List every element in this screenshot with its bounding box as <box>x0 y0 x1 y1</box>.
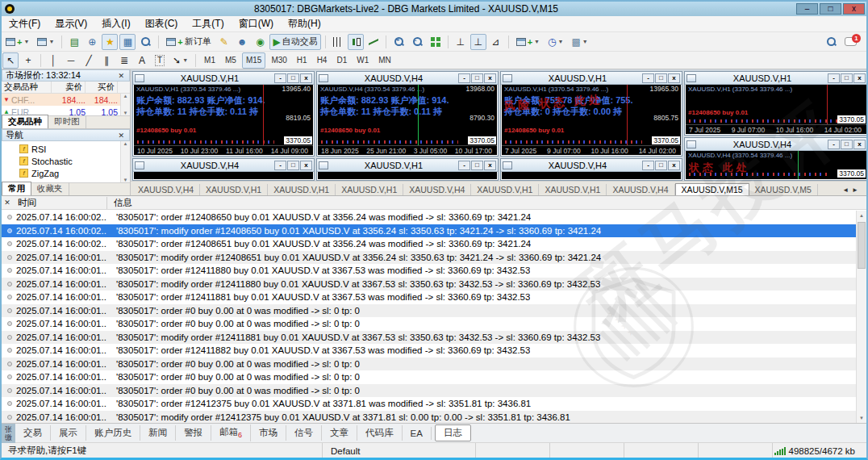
new-chart-button[interactable]: +▼ <box>2 34 32 50</box>
log-row[interactable]: 2025.07.14 16:00:01....'8305017': order … <box>2 384 856 398</box>
chart-window-8[interactable]: XAUUSD.V,H4-□x <box>500 158 682 181</box>
log-row[interactable]: 2025.07.14 16:00:01....'8305017': order … <box>2 397 856 411</box>
chart-window-1[interactable]: XAUUSD.V,H1-□x XAUUSD.V,H1 (3370.54 3379… <box>132 71 315 157</box>
zoom-in-button[interactable]: + <box>390 34 407 50</box>
indicators-button[interactable]: +▼ <box>513 34 543 50</box>
strategy-tester-button[interactable] <box>137 34 154 50</box>
chart-maximize-button[interactable]: □ <box>287 73 299 83</box>
symbol-row-chf[interactable]: ▼CHF... 184.... 184.... <box>2 94 130 106</box>
column-message[interactable]: 信息 <box>106 197 866 209</box>
chart-close-button[interactable]: x <box>300 73 312 83</box>
market-watch-button[interactable]: ▤ <box>66 34 82 50</box>
timeframe-mn-button[interactable]: MN <box>374 52 395 69</box>
label-tool-button[interactable]: T <box>152 52 168 69</box>
chart-minimize-button[interactable]: - <box>274 73 286 83</box>
chart-minimize-button[interactable]: - <box>828 73 840 83</box>
tab-exposure[interactable]: 展示 <box>51 425 86 441</box>
log-row-selected[interactable]: 2025.07.14 16:00:02....'8305017': modify… <box>2 224 856 238</box>
chart-maximize-button[interactable]: □ <box>655 161 667 170</box>
timeframe-d1-button[interactable]: D1 <box>332 52 351 69</box>
timeframe-h1-button[interactable]: H1 <box>293 52 311 69</box>
chart-minimize-button[interactable]: - <box>274 161 286 170</box>
trendline-button[interactable]: ╱ <box>81 52 97 69</box>
terminal-button[interactable]: ▦ <box>119 34 136 50</box>
timeframe-m30-button[interactable]: M30 <box>267 52 290 69</box>
chart-maximize-button[interactable]: □ <box>841 140 853 149</box>
timeframe-m1-button[interactable]: M1 <box>200 52 219 69</box>
log-row[interactable]: 2025.07.14 16:00:02....'8305017': order … <box>2 211 856 224</box>
menu-view[interactable]: 显示(V) <box>48 15 94 32</box>
tab-market[interactable]: 市场 <box>251 425 286 441</box>
chart-close-button[interactable]: x <box>853 140 866 149</box>
timeframe-h4-button[interactable]: H4 <box>313 52 332 69</box>
chart-window-7[interactable]: XAUUSD.V,H1-□x <box>316 158 499 181</box>
chart-maximize-button[interactable]: □ <box>471 161 483 170</box>
log-row[interactable]: 2025.07.14 16:00:01....'8305017': order … <box>2 304 856 318</box>
chart-minimize-button[interactable]: - <box>828 140 840 149</box>
tab-symbols[interactable]: 交易品种 <box>2 115 48 128</box>
log-row[interactable]: 2025.07.14 16:00:01....'8305017': modify… <box>2 251 856 265</box>
horizontal-line-button[interactable]: ─ <box>63 52 79 69</box>
status-profile[interactable]: Default <box>323 443 476 458</box>
log-row[interactable]: 2025.07.14 16:00:01....'8305017': order … <box>2 264 856 278</box>
new-order-button[interactable]: +新订单 <box>163 34 214 50</box>
chart-window-5[interactable]: XAUUSD.V,H4-□x XAUUSD.V,H4 (3370.54 3379… <box>684 137 866 181</box>
log-row[interactable]: 2025.07.14 16:00:01....'8305017': modify… <box>2 278 856 291</box>
journal-close-icon[interactable]: ✕ <box>2 199 13 207</box>
journal-scrollbar[interactable]: ▲ ▼ <box>856 211 866 423</box>
community-button[interactable]: ☻ <box>234 34 251 50</box>
menu-tools[interactable]: 工具(T) <box>185 15 231 32</box>
menu-window[interactable]: 窗口(W) <box>232 15 281 32</box>
text-tool-button[interactable]: A <box>134 52 150 69</box>
column-sell[interactable]: 卖价 <box>52 82 86 93</box>
templates-button[interactable]: ▩▼ <box>568 34 590 50</box>
log-row[interactable]: 2025.07.14 16:00:01....'8305017': order … <box>2 358 856 371</box>
chart-minimize-button[interactable]: - <box>642 73 654 83</box>
scroll-down-icon[interactable]: ▼ <box>857 413 866 423</box>
channel-button[interactable]: ∥ <box>98 52 115 69</box>
chart-tab-6[interactable]: XAUUSD.V,H1 <box>539 184 607 195</box>
metaeditor-button[interactable]: ✎ <box>216 34 232 50</box>
chart-close-button[interactable]: x <box>484 73 496 83</box>
chart-offset-button[interactable]: ⊿ <box>488 34 504 50</box>
tile-windows-button[interactable] <box>428 34 444 50</box>
menu-help[interactable]: 帮助(H) <box>281 15 328 32</box>
search-button[interactable] <box>823 34 840 50</box>
log-row[interactable]: 2025.07.14 16:00:01....'8305017': order … <box>2 370 856 384</box>
chart-tab-4[interactable]: XAUUSD.V,H4 <box>403 184 471 195</box>
chart-minimize-button[interactable]: - <box>642 161 654 170</box>
tree-item-stochastic[interactable]: fStochastic <box>19 155 130 167</box>
log-row[interactable]: 2025.07.14 16:00:01....'8305017': order … <box>2 317 856 331</box>
tab-code-base[interactable]: 代码库 <box>357 425 403 441</box>
navigator-scrollbar[interactable]: ▲▼ <box>120 141 130 182</box>
scroll-thumb[interactable] <box>858 222 866 269</box>
chart-tab-1[interactable]: XAUUSD.V,H1 <box>200 184 268 195</box>
web-button[interactable]: ◉ <box>252 34 268 50</box>
column-symbol[interactable]: 交易品种 <box>2 82 52 93</box>
chart-tab-9[interactable]: XAUUSD.V,M5 <box>749 184 818 195</box>
tab-journal-active[interactable]: 日志 <box>435 424 471 441</box>
tree-item-zigzag[interactable]: fZigZag <box>19 167 130 179</box>
chart-close-button[interactable]: x <box>853 73 866 83</box>
tab-favorites[interactable]: 收藏夹 <box>31 182 69 195</box>
chart-maximize-button[interactable]: □ <box>287 161 299 170</box>
market-watch-close-icon[interactable]: ✕ <box>116 72 126 80</box>
timeframe-w1-button[interactable]: W1 <box>353 52 373 69</box>
tab-mailbox[interactable]: 邮箱6 <box>211 424 251 441</box>
periods-button[interactable]: ◷▼ <box>545 34 566 50</box>
tab-alerts[interactable]: 警报 <box>176 425 211 441</box>
chart-maximize-button[interactable]: □ <box>655 73 667 83</box>
chart-shift-button[interactable]: ⊥ <box>470 34 486 50</box>
chart-minimize-button[interactable]: - <box>458 161 470 170</box>
chart-close-button[interactable]: x <box>484 161 496 170</box>
chart-close-button[interactable]: x <box>668 73 680 83</box>
symbol-row-eur[interactable]: ▲EUR... 1.05 1.05 <box>2 106 130 115</box>
maximize-button[interactable]: □ <box>820 3 841 15</box>
menu-insert[interactable]: 插入(I) <box>94 15 137 32</box>
chart-tab-7[interactable]: XAUUSD.V,H4 <box>607 184 674 195</box>
candlestick-button[interactable] <box>348 34 364 50</box>
tab-common[interactable]: 常用 <box>2 182 31 195</box>
bar-chart-button[interactable] <box>330 34 346 50</box>
column-time[interactable]: 时间 <box>13 197 106 209</box>
timeframe-m15-button[interactable]: M15 <box>242 52 265 69</box>
